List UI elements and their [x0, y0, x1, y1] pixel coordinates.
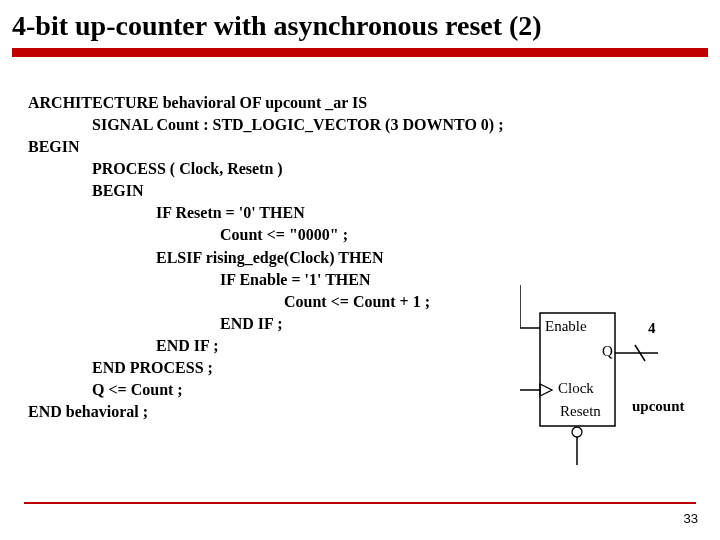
- label-enable: Enable: [545, 318, 587, 335]
- svg-marker-6: [540, 384, 552, 396]
- title-rule: [12, 48, 708, 57]
- footer-rule: [24, 502, 696, 504]
- svg-point-7: [572, 427, 582, 437]
- label-upcount: upcount: [632, 398, 685, 415]
- slide-title: 4-bit up-counter with asynchronous reset…: [0, 0, 720, 48]
- label-resetn: Resetn: [560, 403, 601, 420]
- label-bus-width: 4: [648, 320, 656, 337]
- vhdl-code: ARCHITECTURE behavioral OF upcount _ar I…: [28, 92, 503, 423]
- page-number: 33: [684, 511, 698, 526]
- block-diagram: Enable Q 4 Clock Resetn upcount: [520, 285, 690, 465]
- diagram-svg: [520, 285, 700, 475]
- label-clock: Clock: [558, 380, 594, 397]
- label-q: Q: [602, 343, 613, 360]
